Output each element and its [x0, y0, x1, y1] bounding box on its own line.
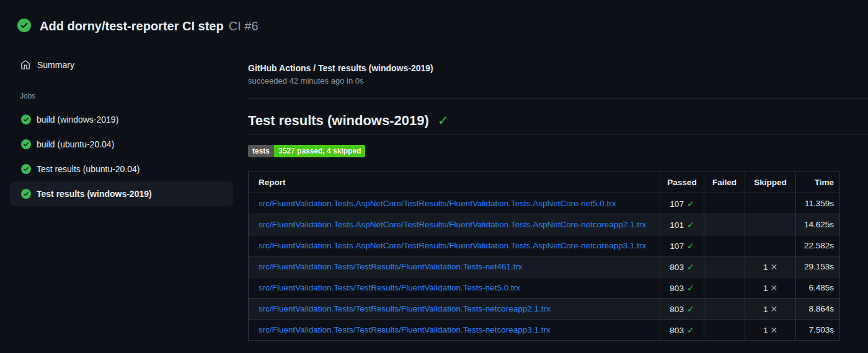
failed-cell — [704, 256, 745, 277]
run-number: CI #6 — [229, 19, 259, 33]
jobs-list: build (windows-2019) build (ubuntu-20.04… — [0, 107, 248, 206]
report-cell: src/FluentValidation.Tests/TestResults/F… — [249, 299, 660, 320]
sidebar-item-job-testresults-windows[interactable]: Test results (windows-2019) — [10, 181, 233, 206]
tests-badge: tests 3527 passed, 4 skipped — [248, 145, 365, 157]
table-row: src/FluentValidation.Tests/TestResults/F… — [249, 320, 840, 341]
passed-cell: 803✓ — [660, 256, 704, 277]
sidebar: Summary Jobs build (windows-2019) build … — [0, 45, 248, 206]
job-label: Test results (windows-2019) — [37, 189, 152, 199]
passed-check-icon: ✓ — [687, 220, 694, 230]
passed-check-icon: ✓ — [687, 304, 694, 314]
time-cell: 6.485s — [796, 277, 840, 299]
skipped-x-icon: ✕ — [770, 325, 777, 335]
time-cell: 29.153s — [796, 256, 840, 277]
report-link[interactable]: src/FluentValidation.Tests/TestResults/F… — [259, 262, 523, 271]
passed-cell: 107✓ — [660, 235, 704, 256]
report-table: Report Passed Failed Skipped Time src/Fl… — [248, 172, 840, 341]
check-circle-icon — [21, 139, 31, 149]
skipped-cell: 1✕ — [745, 320, 796, 341]
report-cell: src/FluentValidation.Tests.AspNetCore/Te… — [249, 214, 660, 235]
passed-check-icon: ✓ — [687, 199, 694, 209]
sidebar-item-summary[interactable]: Summary — [10, 53, 233, 77]
run-header: Add dorny/test-reporter CI step CI #6 — [0, 0, 868, 45]
skipped-cell: 1✕ — [745, 299, 796, 320]
time-cell: 22.582s — [796, 235, 840, 256]
time-cell: 11.359s — [796, 193, 840, 214]
skipped-cell — [745, 214, 796, 235]
report-cell: src/FluentValidation.Tests.AspNetCore/Te… — [249, 235, 660, 256]
section-heading: Test results (windows-2019) — [248, 112, 429, 129]
report-cell: src/FluentValidation.Tests/TestResults/F… — [249, 277, 660, 299]
report-link[interactable]: src/FluentValidation.Tests/TestResults/F… — [259, 283, 520, 292]
check-run-header: GitHub Actions / Test results (windows-2… — [248, 45, 868, 98]
table-row: src/FluentValidation.Tests.AspNetCore/Te… — [249, 214, 840, 235]
job-label: Test results (ubuntu-20.04) — [37, 164, 140, 174]
sidebar-item-job-testresults-ubuntu[interactable]: Test results (ubuntu-20.04) — [10, 157, 233, 181]
failed-cell — [704, 214, 745, 235]
passed-cell: 803✓ — [660, 299, 704, 320]
report-cell: src/FluentValidation.Tests.AspNetCore/Te… — [249, 193, 660, 214]
column-header-failed: Failed — [704, 172, 745, 193]
run-title: Add dorny/test-reporter CI step — [40, 19, 224, 33]
skipped-cell — [745, 193, 796, 214]
report-table-body: src/FluentValidation.Tests.AspNetCore/Te… — [249, 193, 840, 341]
time-cell: 14.625s — [796, 214, 840, 235]
sidebar-item-job-build-ubuntu[interactable]: build (ubuntu-20.04) — [10, 132, 233, 157]
report-link[interactable]: src/FluentValidation.Tests/TestResults/F… — [259, 325, 551, 334]
table-row: src/FluentValidation.Tests/TestResults/F… — [249, 277, 840, 299]
table-header-row: Report Passed Failed Skipped Time — [249, 172, 840, 193]
time-cell: 8.864s — [796, 299, 840, 320]
report-link[interactable]: src/FluentValidation.Tests.AspNetCore/Te… — [259, 199, 616, 208]
check-run-title: GitHub Actions / Test results (windows-2… — [248, 63, 868, 74]
table-row: src/FluentValidation.Tests/TestResults/F… — [249, 256, 840, 277]
passed-cell: 803✓ — [660, 320, 704, 341]
passed-check-icon: ✓ — [687, 241, 694, 251]
table-row: src/FluentValidation.Tests.AspNetCore/Te… — [249, 193, 840, 214]
main-content: GitHub Actions / Test results (windows-2… — [248, 45, 868, 341]
passed-check-icon: ✓ — [687, 283, 694, 293]
passed-cell: 803✓ — [660, 277, 704, 299]
report-cell: src/FluentValidation.Tests/TestResults/F… — [249, 320, 660, 341]
column-header-passed: Passed — [660, 172, 704, 193]
skipped-x-icon: ✕ — [770, 304, 777, 314]
job-label: build (ubuntu-20.04) — [37, 139, 114, 149]
time-cell: 7.503s — [796, 320, 840, 341]
check-circle-icon — [21, 164, 31, 174]
table-row: src/FluentValidation.Tests/TestResults/F… — [249, 299, 840, 320]
heading-check-icon: ✓ — [438, 112, 449, 129]
report-cell: src/FluentValidation.Tests/TestResults/F… — [249, 256, 660, 277]
failed-cell — [704, 277, 745, 299]
skipped-cell: 1✕ — [745, 277, 796, 299]
passed-check-icon: ✓ — [687, 262, 694, 272]
sidebar-item-job-build-windows[interactable]: build (windows-2019) — [10, 107, 233, 132]
jobs-section-label: Jobs — [20, 92, 248, 100]
badge-label: tests — [248, 145, 274, 157]
skipped-cell — [745, 235, 796, 256]
check-circle-icon — [17, 19, 31, 32]
section-heading-row: Test results (windows-2019) ✓ — [248, 112, 868, 134]
sidebar-summary-label: Summary — [37, 60, 74, 70]
check-circle-icon — [21, 189, 31, 199]
passed-cell: 101✓ — [660, 214, 704, 235]
column-header-report: Report — [249, 172, 660, 193]
badge-value: 3527 passed, 4 skipped — [274, 145, 365, 157]
passed-check-icon: ✓ — [687, 325, 694, 335]
report-link[interactable]: src/FluentValidation.Tests/TestResults/F… — [259, 304, 551, 313]
report-link[interactable]: src/FluentValidation.Tests.AspNetCore/Te… — [259, 220, 646, 229]
skipped-x-icon: ✕ — [770, 262, 777, 272]
failed-cell — [704, 193, 745, 214]
column-header-skipped: Skipped — [745, 172, 796, 193]
check-circle-icon — [21, 115, 31, 124]
column-header-time: Time — [796, 172, 840, 193]
skipped-x-icon: ✕ — [770, 283, 777, 293]
failed-cell — [704, 299, 745, 320]
skipped-cell: 1✕ — [745, 256, 796, 277]
check-run-status: succeeded 42 minutes ago in 0s — [248, 76, 868, 86]
failed-cell — [704, 320, 745, 341]
passed-cell: 107✓ — [660, 193, 704, 214]
table-row: src/FluentValidation.Tests.AspNetCore/Te… — [249, 235, 840, 256]
home-icon — [20, 60, 30, 70]
failed-cell — [704, 235, 745, 256]
report-link[interactable]: src/FluentValidation.Tests.AspNetCore/Te… — [259, 241, 646, 250]
job-label: build (windows-2019) — [37, 115, 118, 124]
